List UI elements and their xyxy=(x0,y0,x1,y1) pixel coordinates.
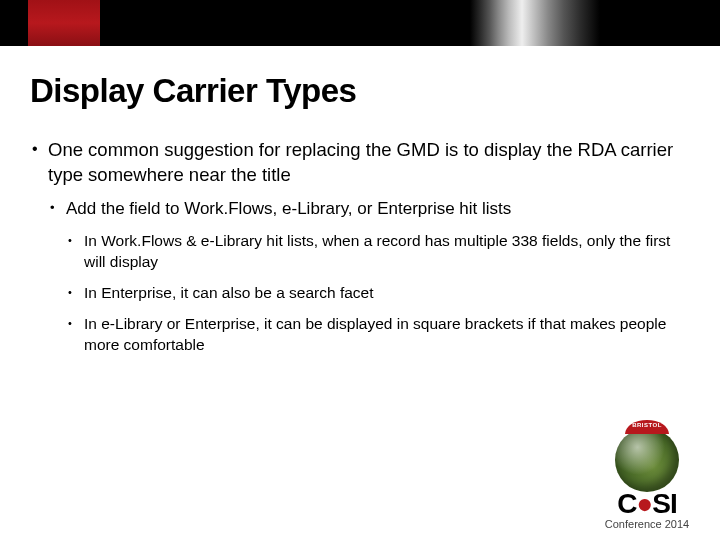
bullet-level3: In Work.Flows & e-Library hit lists, whe… xyxy=(66,231,690,273)
bullet-text: In Enterprise, it can also be a search f… xyxy=(84,284,374,301)
wordmark-pre: C xyxy=(617,488,636,519)
conference-logo: BRISTOL C●SI Conference 2014 xyxy=(588,428,706,530)
logo-banner: BRISTOL xyxy=(632,422,662,428)
bullet-level1: One common suggestion for replacing the … xyxy=(30,138,690,355)
bullet-text: One common suggestion for replacing the … xyxy=(48,139,673,185)
bullet-text: Add the field to Work.Flows, e-Library, … xyxy=(66,199,511,218)
bullet-text: In Work.Flows & e-Library hit lists, whe… xyxy=(84,232,670,270)
top-gradient xyxy=(470,0,600,46)
bullet-level3: In Enterprise, it can also be a search f… xyxy=(66,283,690,304)
wordmark-post: SI xyxy=(652,488,676,519)
bullet-text: In e-Library or Enterprise, it can be di… xyxy=(84,315,666,353)
slide-title: Display Carrier Types xyxy=(30,72,720,110)
bullet-level2: Add the field to Work.Flows, e-Library, … xyxy=(48,198,690,356)
top-accent xyxy=(28,0,100,46)
bullet-level3: In e-Library or Enterprise, it can be di… xyxy=(66,314,690,356)
wordmark-globe-o: ● xyxy=(636,488,652,519)
globe-icon: BRISTOL xyxy=(615,428,679,492)
slide-content: One common suggestion for replacing the … xyxy=(30,138,690,355)
top-bar xyxy=(0,0,720,46)
logo-subtext: Conference 2014 xyxy=(588,518,706,530)
logo-wordmark: C●SI xyxy=(588,488,706,520)
